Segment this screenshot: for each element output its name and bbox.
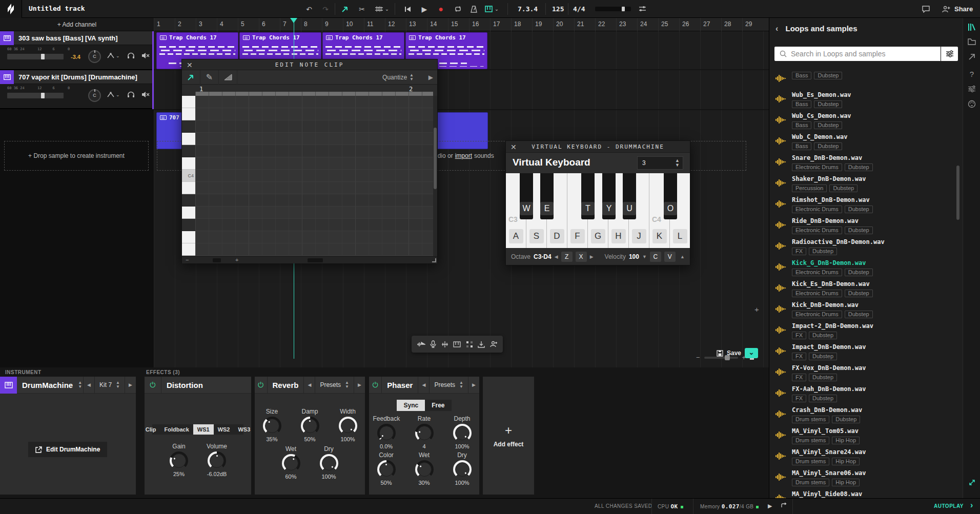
sample-item[interactable]: Wub_C_Demon.wav BassDubstep bbox=[774, 133, 959, 150]
octave-up-icon[interactable]: ▶ bbox=[590, 254, 594, 259]
sample-item[interactable]: MA_Vinyl_Snare06.wav Drum stemsHip Hop bbox=[774, 469, 959, 486]
knob[interactable] bbox=[339, 417, 357, 435]
octave-down-icon[interactable]: ◀ bbox=[555, 254, 558, 259]
knob-control[interactable]: Damp 50% bbox=[297, 408, 323, 442]
mode-tab[interactable]: WS3 bbox=[234, 424, 254, 435]
channel-header[interactable]: 707 vapor kit [Drums] [Drummachine] bbox=[0, 70, 154, 84]
ruler-bar-number[interactable]: 26 bbox=[679, 18, 700, 31]
sample-item[interactable]: Impact_DnB-Demon.wav FXDubstep bbox=[774, 343, 959, 360]
mode-tab[interactable]: WS1 bbox=[193, 424, 214, 435]
sample-name[interactable]: FX-Vox_DnB-Demon.wav bbox=[792, 364, 959, 372]
tag[interactable]: Dubstep bbox=[829, 184, 858, 192]
tag[interactable]: Drum stems bbox=[792, 458, 829, 465]
sample-name[interactable]: MA_Vinyl_Snare24.wav bbox=[792, 448, 959, 456]
grid-cell[interactable] bbox=[195, 194, 437, 207]
sample-item[interactable]: MA_Vinyl_Snare24.wav Drum stemsHip Hop bbox=[774, 448, 959, 465]
add-instrument-icon[interactable] bbox=[453, 341, 461, 347]
knob-control[interactable]: Width 100% bbox=[335, 408, 361, 442]
piano-key[interactable] bbox=[182, 133, 195, 145]
knob[interactable] bbox=[377, 424, 396, 442]
preset-select[interactable]: Presets ▲▼ bbox=[315, 377, 354, 394]
sample-name[interactable]: Wub_Cs_Demon.wav bbox=[792, 112, 959, 120]
sample-item[interactable]: Kick_DnB-Demon.wav Electronic DrumsDubst… bbox=[774, 301, 959, 318]
sample-item[interactable]: Radioactive_DnB-Demon.wav FXDubstep bbox=[774, 238, 959, 255]
sample-name[interactable]: Rimshot_DnB-Demon.wav bbox=[792, 196, 959, 204]
black-key[interactable]: O bbox=[664, 173, 677, 219]
tag[interactable]: FX bbox=[792, 374, 806, 381]
knob-control[interactable]: Size 35% bbox=[259, 408, 285, 442]
tag[interactable]: Bass bbox=[792, 121, 811, 129]
toggle-option[interactable]: Free bbox=[425, 400, 451, 411]
sample-item[interactable]: Ride_DnB-Demon.wav Electronic DrumsDubst… bbox=[774, 217, 959, 234]
preset-select[interactable]: 3 ▲▼ bbox=[637, 156, 683, 170]
ruler-bar-number[interactable]: 3 bbox=[196, 18, 217, 31]
grid-cell[interactable] bbox=[195, 170, 437, 182]
tag[interactable]: Bass bbox=[792, 100, 811, 108]
grid-cell[interactable] bbox=[195, 108, 437, 120]
sample-item[interactable]: Kick_G_DnB-Demon.wav Electronic DrumsDub… bbox=[774, 259, 959, 276]
create-toolbar[interactable] bbox=[412, 336, 503, 353]
ruler-bar-number[interactable]: 5 bbox=[238, 18, 259, 31]
sample-item[interactable]: FX-Vox_DnB-Demon.wav FXDubstep bbox=[774, 364, 959, 381]
tag[interactable]: Dubstep bbox=[845, 290, 873, 297]
velocity-up-key[interactable]: V bbox=[664, 252, 676, 262]
knob[interactable] bbox=[453, 460, 472, 479]
ruler-bar-number[interactable]: 2 bbox=[175, 18, 196, 31]
knob[interactable] bbox=[415, 460, 434, 479]
grid-cell[interactable] bbox=[195, 157, 437, 170]
playhead-position[interactable]: 7.3.4 bbox=[518, 5, 538, 13]
cut-tool-icon[interactable]: ✂ bbox=[355, 0, 369, 18]
master-volume-thumb[interactable] bbox=[622, 7, 625, 11]
sample-name[interactable]: Shaker_DnB-Demon.wav bbox=[792, 175, 959, 183]
ruler-bar-number[interactable]: 8 bbox=[301, 18, 322, 31]
sample-name[interactable]: Crash_DnB-Demon.wav bbox=[792, 406, 959, 414]
ruler-bar-number[interactable]: 12 bbox=[385, 18, 406, 31]
sample-item[interactable]: FX-Aah_DnB-Demon.wav FXDubstep bbox=[774, 385, 959, 402]
sample-name[interactable]: Radioactive_DnB-Demon.wav bbox=[792, 238, 959, 246]
sample-name[interactable]: Kick_G_DnB-Demon.wav bbox=[792, 259, 959, 267]
velocity-down-key[interactable]: C bbox=[650, 252, 661, 262]
black-key[interactable]: U bbox=[623, 173, 636, 219]
quantize-dropdown[interactable]: Quantize ▲▼ bbox=[382, 70, 419, 85]
scrollbar-thumb[interactable] bbox=[213, 258, 221, 262]
sample-item[interactable]: Wub_Es_Demon.wav BassDubstep bbox=[774, 91, 959, 108]
black-key[interactable]: W bbox=[520, 173, 533, 219]
stepper-icon[interactable]: ▲▼ bbox=[675, 158, 680, 168]
tag[interactable]: Hip Hop bbox=[832, 437, 860, 444]
tag[interactable]: Dubstep bbox=[814, 72, 842, 79]
tag[interactable]: Bass bbox=[792, 72, 811, 79]
ruler-bar-number[interactable]: 10 bbox=[343, 18, 364, 31]
ruler-bar-number[interactable]: 20 bbox=[553, 18, 574, 31]
tag[interactable]: Percussion bbox=[792, 184, 827, 192]
tag[interactable]: Hip Hop bbox=[832, 458, 860, 465]
sample-item[interactable]: Wub_Cs_Demon.wav BassDubstep bbox=[774, 112, 959, 129]
knob-control[interactable]: Depth 100% bbox=[449, 415, 476, 449]
sample-item[interactable]: Snare_DnB-Demon.wav Electronic DrumsDubs… bbox=[774, 154, 959, 171]
power-icon[interactable]: ⏻ bbox=[255, 377, 268, 394]
tag[interactable]: FX bbox=[792, 332, 806, 339]
ruler-bar-number[interactable]: 15 bbox=[448, 18, 469, 31]
tempo-value[interactable]: 125 bbox=[552, 5, 564, 13]
add-sample-icon[interactable] bbox=[417, 341, 425, 347]
knob-control[interactable]: Wet 60% bbox=[278, 445, 304, 480]
piano-roll-ruler[interactable]: 1 2 bbox=[182, 85, 437, 96]
horizontal-scrollbar[interactable]: − + bbox=[182, 256, 437, 263]
sample-name[interactable]: Impact_DnB-Demon.wav bbox=[792, 343, 959, 351]
export-icon[interactable] bbox=[963, 53, 980, 60]
knob[interactable] bbox=[282, 454, 300, 472]
sample-name[interactable]: MA_Vinyl_Snare06.wav bbox=[792, 469, 959, 477]
octave-up-key[interactable]: X bbox=[576, 252, 587, 262]
preset-select[interactable]: Kit 7 ▲▼ bbox=[94, 377, 125, 394]
preset-select[interactable]: Presets ▲▼ bbox=[429, 377, 468, 394]
folder-icon[interactable] bbox=[963, 38, 980, 45]
preset-prev-button[interactable]: ◀ bbox=[418, 377, 429, 394]
add-channel-button[interactable]: + Add channel bbox=[0, 18, 154, 31]
tag[interactable]: Dubstep bbox=[845, 311, 873, 318]
automation-chevron-icon[interactable]: ⌄ bbox=[116, 53, 120, 58]
ruler-bar-number[interactable]: 6 bbox=[259, 18, 280, 31]
sample-item[interactable]: BassDubstep bbox=[774, 70, 959, 87]
volume-fader[interactable] bbox=[7, 93, 64, 98]
sample-item[interactable]: Impact-2_DnB-Demon.wav FXDubstep bbox=[774, 322, 959, 339]
ruler-bar-number[interactable]: 9 bbox=[322, 18, 343, 31]
tag[interactable]: Bass bbox=[792, 142, 811, 150]
